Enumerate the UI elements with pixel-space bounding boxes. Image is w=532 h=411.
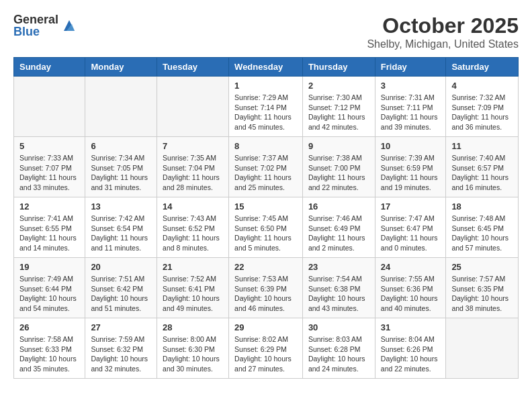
- day-cell: 24Sunrise: 7:55 AM Sunset: 6:36 PM Dayli…: [375, 258, 446, 318]
- day-info: Sunrise: 8:02 AM Sunset: 6:29 PM Dayligh…: [234, 334, 297, 374]
- day-info: Sunrise: 7:59 AM Sunset: 6:32 PM Dayligh…: [91, 334, 151, 374]
- day-cell: 15Sunrise: 7:45 AM Sunset: 6:50 PM Dayli…: [229, 197, 303, 258]
- day-info: Sunrise: 7:58 AM Sunset: 6:33 PM Dayligh…: [19, 334, 79, 374]
- day-info: Sunrise: 7:34 AM Sunset: 7:05 PM Dayligh…: [91, 153, 151, 193]
- day-number: 29: [234, 322, 297, 332]
- day-cell: 13Sunrise: 7:42 AM Sunset: 6:54 PM Dayli…: [85, 197, 157, 258]
- day-info: Sunrise: 7:55 AM Sunset: 6:36 PM Dayligh…: [381, 274, 441, 314]
- day-cell: 29Sunrise: 8:02 AM Sunset: 6:29 PM Dayli…: [229, 318, 303, 379]
- day-info: Sunrise: 7:45 AM Sunset: 6:50 PM Dayligh…: [234, 214, 297, 253]
- day-info: Sunrise: 7:53 AM Sunset: 6:39 PM Dayligh…: [234, 274, 297, 314]
- day-number: 8: [234, 141, 297, 151]
- day-number: 7: [163, 141, 223, 151]
- day-number: 9: [308, 141, 369, 151]
- day-number: 3: [381, 81, 441, 91]
- day-number: 23: [308, 262, 369, 272]
- day-info: Sunrise: 7:54 AM Sunset: 6:38 PM Dayligh…: [308, 274, 369, 314]
- day-number: 25: [451, 262, 513, 272]
- day-number: 26: [19, 322, 79, 332]
- calendar-table: SundayMondayTuesdayWednesdayThursdayFrid…: [13, 57, 519, 379]
- day-number: 4: [451, 81, 513, 91]
- day-info: Sunrise: 7:40 AM Sunset: 6:57 PM Dayligh…: [451, 153, 513, 193]
- week-row-5: 26Sunrise: 7:58 AM Sunset: 6:33 PM Dayli…: [14, 318, 519, 379]
- day-info: Sunrise: 7:46 AM Sunset: 6:49 PM Dayligh…: [308, 214, 369, 253]
- day-number: 28: [163, 322, 223, 332]
- location: Shelby, Michigan, United States: [367, 38, 519, 50]
- day-number: 12: [19, 201, 79, 212]
- day-number: 19: [19, 262, 79, 272]
- day-info: Sunrise: 8:03 AM Sunset: 6:28 PM Dayligh…: [308, 334, 369, 374]
- day-info: Sunrise: 7:29 AM Sunset: 7:14 PM Dayligh…: [234, 93, 297, 132]
- day-info: Sunrise: 8:04 AM Sunset: 6:26 PM Dayligh…: [381, 334, 441, 374]
- day-cell: 31Sunrise: 8:04 AM Sunset: 6:26 PM Dayli…: [375, 318, 446, 379]
- day-cell: 20Sunrise: 7:51 AM Sunset: 6:42 PM Dayli…: [85, 258, 157, 318]
- day-cell: 3Sunrise: 7:31 AM Sunset: 7:11 PM Daylig…: [375, 77, 446, 137]
- day-info: Sunrise: 7:30 AM Sunset: 7:12 PM Dayligh…: [308, 93, 369, 132]
- day-cell: 23Sunrise: 7:54 AM Sunset: 6:38 PM Dayli…: [302, 258, 375, 318]
- day-number: 6: [91, 141, 151, 151]
- day-number: 15: [234, 201, 297, 212]
- day-cell: 6Sunrise: 7:34 AM Sunset: 7:05 PM Daylig…: [85, 137, 157, 197]
- day-info: Sunrise: 7:38 AM Sunset: 7:00 PM Dayligh…: [308, 153, 369, 193]
- month-title: October 2025: [367, 13, 519, 38]
- logo-blue-text: Blue: [13, 26, 58, 38]
- week-row-4: 19Sunrise: 7:49 AM Sunset: 6:44 PM Dayli…: [14, 258, 519, 318]
- day-info: Sunrise: 7:31 AM Sunset: 7:11 PM Dayligh…: [381, 93, 441, 132]
- day-number: 1: [234, 81, 297, 91]
- day-info: Sunrise: 7:52 AM Sunset: 6:41 PM Dayligh…: [163, 274, 223, 314]
- day-cell: 7Sunrise: 7:35 AM Sunset: 7:04 PM Daylig…: [157, 137, 229, 197]
- day-info: Sunrise: 7:47 AM Sunset: 6:47 PM Dayligh…: [381, 214, 441, 253]
- day-number: 5: [19, 141, 79, 151]
- day-number: 10: [381, 141, 441, 151]
- day-cell: 28Sunrise: 8:00 AM Sunset: 6:30 PM Dayli…: [157, 318, 229, 379]
- day-cell: 8Sunrise: 7:37 AM Sunset: 7:02 PM Daylig…: [229, 137, 303, 197]
- day-number: 14: [163, 201, 223, 212]
- day-number: 16: [308, 201, 369, 212]
- day-cell: 1Sunrise: 7:29 AM Sunset: 7:14 PM Daylig…: [229, 77, 303, 137]
- week-row-1: 1Sunrise: 7:29 AM Sunset: 7:14 PM Daylig…: [14, 77, 519, 137]
- day-cell: 9Sunrise: 7:38 AM Sunset: 7:00 PM Daylig…: [302, 137, 375, 197]
- day-number: 30: [308, 322, 369, 332]
- header-cell-sunday: Sunday: [14, 58, 85, 77]
- day-cell: 18Sunrise: 7:48 AM Sunset: 6:45 PM Dayli…: [446, 197, 519, 258]
- day-cell: [446, 318, 519, 379]
- day-number: 31: [381, 322, 441, 332]
- day-cell: 10Sunrise: 7:39 AM Sunset: 6:59 PM Dayli…: [375, 137, 446, 197]
- day-info: Sunrise: 7:35 AM Sunset: 7:04 PM Dayligh…: [163, 153, 223, 193]
- day-info: Sunrise: 7:51 AM Sunset: 6:42 PM Dayligh…: [91, 274, 151, 314]
- week-row-3: 12Sunrise: 7:41 AM Sunset: 6:55 PM Dayli…: [14, 197, 519, 258]
- day-number: 27: [91, 322, 151, 332]
- day-number: 21: [163, 262, 223, 272]
- header-cell-monday: Monday: [85, 58, 157, 77]
- day-cell: 25Sunrise: 7:57 AM Sunset: 6:35 PM Dayli…: [446, 258, 519, 318]
- day-info: Sunrise: 7:48 AM Sunset: 6:45 PM Dayligh…: [451, 214, 513, 253]
- day-info: Sunrise: 7:32 AM Sunset: 7:09 PM Dayligh…: [451, 93, 513, 132]
- day-cell: 19Sunrise: 7:49 AM Sunset: 6:44 PM Dayli…: [14, 258, 85, 318]
- day-info: Sunrise: 8:00 AM Sunset: 6:30 PM Dayligh…: [163, 334, 223, 374]
- day-number: 2: [308, 81, 369, 91]
- week-row-2: 5Sunrise: 7:33 AM Sunset: 7:07 PM Daylig…: [14, 137, 519, 197]
- logo-general-text: General: [13, 13, 58, 26]
- logo: General Blue: [13, 13, 77, 38]
- day-cell: 26Sunrise: 7:58 AM Sunset: 6:33 PM Dayli…: [14, 318, 85, 379]
- day-cell: 12Sunrise: 7:41 AM Sunset: 6:55 PM Dayli…: [14, 197, 85, 258]
- day-info: Sunrise: 7:37 AM Sunset: 7:02 PM Dayligh…: [234, 153, 297, 193]
- day-cell: 22Sunrise: 7:53 AM Sunset: 6:39 PM Dayli…: [229, 258, 303, 318]
- header-cell-saturday: Saturday: [446, 58, 519, 77]
- day-info: Sunrise: 7:42 AM Sunset: 6:54 PM Dayligh…: [91, 214, 151, 253]
- logo-icon: [61, 17, 77, 34]
- day-cell: 21Sunrise: 7:52 AM Sunset: 6:41 PM Dayli…: [157, 258, 229, 318]
- title-block: October 2025 Shelby, Michigan, United St…: [367, 13, 519, 50]
- day-cell: 4Sunrise: 7:32 AM Sunset: 7:09 PM Daylig…: [446, 77, 519, 137]
- day-number: 18: [451, 201, 513, 212]
- day-cell: 2Sunrise: 7:30 AM Sunset: 7:12 PM Daylig…: [302, 77, 375, 137]
- day-number: 11: [451, 141, 513, 151]
- day-info: Sunrise: 7:49 AM Sunset: 6:44 PM Dayligh…: [19, 274, 79, 314]
- day-number: 20: [91, 262, 151, 272]
- day-cell: 5Sunrise: 7:33 AM Sunset: 7:07 PM Daylig…: [14, 137, 85, 197]
- day-info: Sunrise: 7:33 AM Sunset: 7:07 PM Dayligh…: [19, 153, 79, 193]
- header-cell-tuesday: Tuesday: [157, 58, 229, 77]
- day-cell: [157, 77, 229, 137]
- day-cell: 27Sunrise: 7:59 AM Sunset: 6:32 PM Dayli…: [85, 318, 157, 379]
- day-info: Sunrise: 7:57 AM Sunset: 6:35 PM Dayligh…: [451, 274, 513, 314]
